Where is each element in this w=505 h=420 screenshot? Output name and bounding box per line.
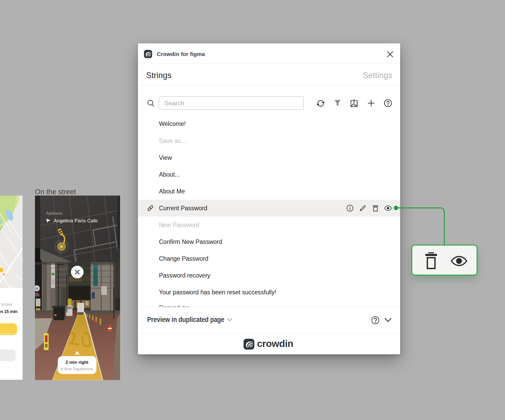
svg-text:Address: Address (46, 211, 62, 216)
svg-text:6 Rue Tiquetonne: 6 Rue Tiquetonne (61, 367, 93, 371)
svg-text:Arrival: Arrival (1, 302, 12, 306)
svg-text:in 15 min: in 15 min (0, 309, 18, 314)
svg-text:2 min right: 2 min right (66, 360, 89, 365)
svg-text:Angelina Paris Cafe: Angelina Paris Cafe (54, 218, 98, 223)
